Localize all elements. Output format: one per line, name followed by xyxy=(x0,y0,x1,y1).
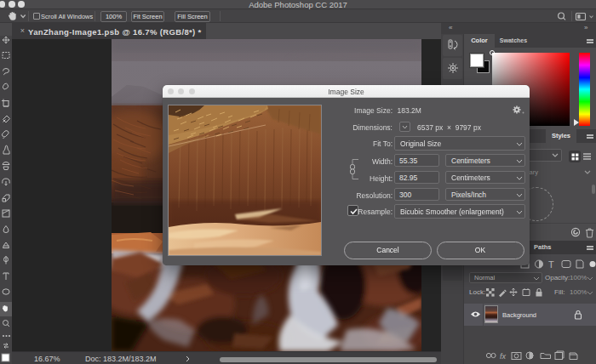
svg-text:T: T xyxy=(548,259,554,270)
svg-text:fx: fx xyxy=(500,352,507,361)
